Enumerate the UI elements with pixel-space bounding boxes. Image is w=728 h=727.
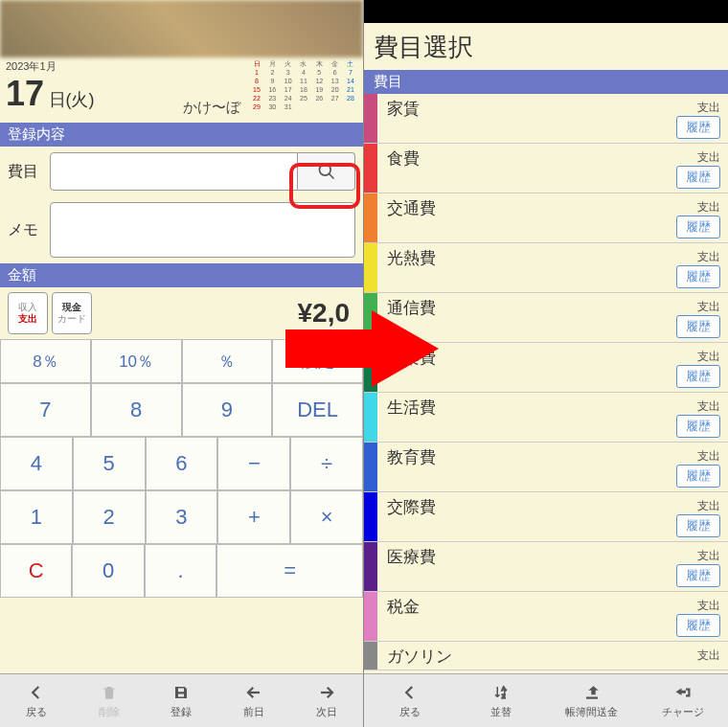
- category-item[interactable]: 交際費支出履歴: [364, 492, 728, 542]
- category-item[interactable]: 光熱費支出履歴: [364, 243, 728, 293]
- key-del[interactable]: DEL: [272, 383, 363, 437]
- category-name: 交通費: [377, 193, 697, 219]
- memo-input[interactable]: [50, 202, 355, 258]
- history-button[interactable]: 履歴: [676, 166, 720, 189]
- key-1[interactable]: 1: [0, 490, 73, 544]
- svg-point-0: [319, 165, 330, 176]
- category-name: 光熱費: [377, 243, 697, 269]
- key-plus[interactable]: +: [217, 490, 290, 544]
- key-divide[interactable]: ÷: [290, 437, 363, 490]
- category-type: 支出: [697, 243, 728, 265]
- key-clear[interactable]: C: [0, 544, 72, 598]
- key-pct[interactable]: ％: [182, 339, 273, 383]
- income-expense-toggle[interactable]: 収入 支出: [8, 292, 48, 334]
- key-8pct[interactable]: 8％: [0, 339, 91, 383]
- category-name: 医療費: [377, 542, 697, 568]
- category-item[interactable]: ガソリン支出: [364, 642, 728, 670]
- category-item[interactable]: 娯楽費支出履歴: [364, 343, 728, 393]
- category-color-swatch: [364, 492, 377, 541]
- svg-text:A: A: [501, 686, 505, 692]
- share-icon: [583, 682, 601, 703]
- key-equals[interactable]: =: [216, 544, 363, 598]
- category-search-button[interactable]: [298, 152, 355, 191]
- key-settings[interactable]: 設定: [272, 339, 363, 383]
- history-button[interactable]: 履歴: [676, 614, 720, 637]
- chevron-left-icon: [401, 682, 419, 703]
- key-10pct[interactable]: 10％: [91, 339, 182, 383]
- nav-charge[interactable]: チャージ: [637, 674, 728, 727]
- ad-banner: [0, 0, 363, 57]
- search-icon: [317, 162, 336, 181]
- key-minus[interactable]: −: [217, 437, 290, 490]
- category-name: 家賃: [377, 94, 697, 120]
- history-button[interactable]: 履歴: [676, 216, 720, 239]
- history-button[interactable]: 履歴: [676, 315, 720, 338]
- key-multiply[interactable]: ×: [290, 490, 363, 544]
- history-button[interactable]: 履歴: [676, 365, 720, 388]
- trash-icon: [101, 682, 118, 703]
- category-item[interactable]: 医療費支出履歴: [364, 542, 728, 592]
- category-color-swatch: [364, 144, 377, 193]
- category-color-swatch: [364, 542, 377, 591]
- category-item[interactable]: 生活費支出履歴: [364, 393, 728, 443]
- category-item[interactable]: 食費支出履歴: [364, 144, 728, 193]
- category-type: 支出: [697, 144, 728, 166]
- nav-sort[interactable]: AZ 並替: [455, 674, 546, 727]
- category-name: 娯楽費: [377, 343, 697, 369]
- cash-card-toggle[interactable]: 現金 カード: [52, 292, 92, 334]
- arrow-left-icon: [245, 682, 262, 703]
- category-color-swatch: [364, 393, 377, 442]
- keypad: 8％ 10％ ％ 設定 7 8 9 DEL 4 5 6 1 2 3: [0, 339, 363, 598]
- date-day: 17: [6, 74, 44, 113]
- history-button[interactable]: 履歴: [676, 116, 720, 139]
- save-icon: [172, 682, 190, 703]
- key-6[interactable]: 6: [146, 437, 218, 490]
- history-button[interactable]: 履歴: [676, 564, 720, 587]
- key-0[interactable]: 0: [72, 544, 144, 598]
- key-2[interactable]: 2: [73, 490, 146, 544]
- category-item[interactable]: 教育費支出履歴: [364, 443, 728, 492]
- nav-delete[interactable]: 削除: [73, 674, 146, 727]
- category-color-swatch: [364, 443, 377, 491]
- history-button[interactable]: 履歴: [676, 465, 720, 488]
- bottom-nav-right: 戻る AZ 並替 帳簿間送金 チャージ: [364, 673, 728, 727]
- category-name: 通信費: [377, 293, 697, 319]
- category-name: 税金: [377, 592, 697, 618]
- category-color-swatch: [364, 293, 377, 342]
- nav-back-right[interactable]: 戻る: [364, 674, 455, 727]
- key-9[interactable]: 9: [182, 383, 273, 437]
- category-color-swatch: [364, 94, 377, 143]
- key-7[interactable]: 7: [0, 383, 91, 437]
- category-item[interactable]: 交通費支出履歴: [364, 193, 728, 243]
- svg-line-1: [329, 174, 333, 179]
- category-type: 支出: [697, 642, 728, 664]
- category-type: 支出: [697, 293, 728, 315]
- category-name: 教育費: [377, 443, 697, 468]
- mini-calendar[interactable]: 日月火水木金土123456789101112131415161718192021…: [250, 59, 357, 112]
- category-item[interactable]: 税金支出履歴: [364, 592, 728, 642]
- category-name: 交際費: [377, 492, 697, 518]
- category-input[interactable]: [50, 152, 298, 191]
- history-button[interactable]: 履歴: [676, 514, 720, 537]
- nav-register[interactable]: 登録: [146, 674, 218, 727]
- nav-back[interactable]: 戻る: [0, 674, 73, 727]
- key-3[interactable]: 3: [146, 490, 218, 544]
- category-name: 生活費: [377, 393, 697, 419]
- category-color-swatch: [364, 243, 377, 292]
- nav-prev-day[interactable]: 前日: [217, 674, 290, 727]
- history-button[interactable]: 履歴: [676, 265, 720, 288]
- date-row: 2023年1月 17 日(火) かけ〜ぼ 日月火水木金土123456789101…: [0, 57, 363, 123]
- date-weekday: 日(火): [49, 90, 95, 109]
- key-dot[interactable]: .: [145, 544, 216, 598]
- charge-icon: [673, 682, 693, 703]
- key-4[interactable]: 4: [0, 437, 73, 490]
- category-name: ガソリン: [377, 642, 697, 668]
- category-item[interactable]: 通信費支出履歴: [364, 293, 728, 343]
- label-memo: メモ: [8, 220, 50, 240]
- history-button[interactable]: 履歴: [676, 415, 720, 438]
- key-8[interactable]: 8: [91, 383, 182, 437]
- category-item[interactable]: 家賃支出履歴: [364, 94, 728, 144]
- nav-next-day[interactable]: 次日: [290, 674, 363, 727]
- key-5[interactable]: 5: [73, 437, 146, 490]
- nav-transfer[interactable]: 帳簿間送金: [546, 674, 637, 727]
